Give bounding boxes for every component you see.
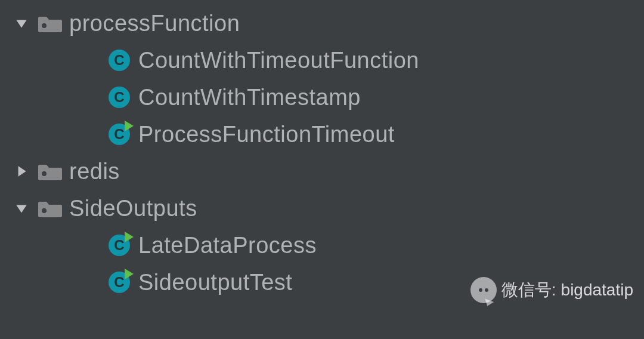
class-node-latedataprocess[interactable]: CLateDataProcess [0, 227, 644, 264]
folder-node-redis[interactable]: redis [0, 153, 644, 190]
folder-icon [36, 198, 64, 218]
class-letter: C [114, 237, 124, 254]
class-runnable-icon: C [105, 272, 134, 293]
svg-point-2 [42, 208, 47, 213]
class-letter: C [114, 126, 124, 143]
class-node-countwithtimeoutfunction[interactable]: CCountWithTimeoutFunction [0, 42, 644, 79]
tree-item-label: SideoutputTest [138, 270, 292, 295]
class-letter: C [114, 52, 124, 69]
run-badge-icon [125, 121, 134, 131]
svg-point-0 [42, 23, 47, 28]
tree-item-label: SideOutputs [69, 196, 197, 221]
tree-item-label: LateDataProcess [138, 233, 317, 258]
tree-item-label: redis [69, 159, 120, 184]
tree-item-label: processFunction [69, 11, 240, 36]
run-badge-icon [125, 269, 134, 279]
folder-node-processfunction[interactable]: processFunction [0, 5, 644, 42]
run-badge-icon [125, 232, 134, 242]
class-icon: C [105, 50, 134, 71]
folder-icon [36, 13, 64, 33]
class-node-countwithtimestamp[interactable]: CCountWithTimestamp [0, 79, 644, 116]
watermark-id: bigdatatip [561, 281, 633, 300]
watermark-prefix: 微信号: [501, 279, 556, 301]
chevron-down-icon[interactable] [7, 201, 36, 216]
wechat-icon [470, 277, 497, 303]
folder-icon [36, 161, 64, 181]
class-node-processfunctiontimeout[interactable]: CProcessFunctionTimeout [0, 116, 644, 153]
tree-item-label: CountWithTimeoutFunction [138, 48, 419, 73]
tree-item-label: CountWithTimestamp [138, 85, 361, 110]
tree-item-label: ProcessFunctionTimeout [138, 122, 395, 147]
class-icon: C [105, 87, 134, 108]
chevron-down-icon[interactable] [7, 16, 36, 31]
svg-point-1 [42, 171, 47, 176]
class-letter: C [114, 89, 124, 106]
class-letter: C [114, 274, 124, 291]
class-runnable-icon: C [105, 235, 134, 256]
folder-node-sideoutputs[interactable]: SideOutputs [0, 190, 644, 227]
watermark: 微信号: bigdatatip [470, 277, 633, 303]
class-runnable-icon: C [105, 124, 134, 145]
chevron-right-icon[interactable] [7, 164, 36, 179]
